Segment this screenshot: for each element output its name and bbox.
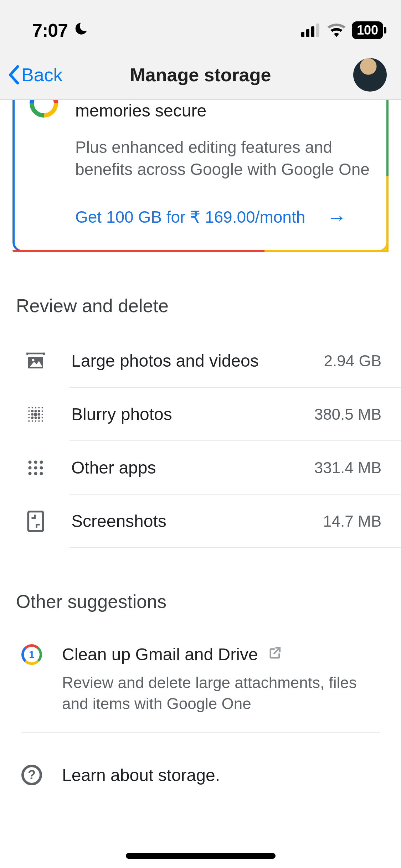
promo-border-bottom-right bbox=[264, 250, 389, 252]
svg-rect-4 bbox=[26, 352, 45, 354]
svg-point-31 bbox=[35, 420, 36, 422]
status-time: 7:07 bbox=[32, 20, 68, 41]
svg-point-30 bbox=[32, 420, 33, 422]
external-link-icon bbox=[267, 645, 282, 664]
svg-point-32 bbox=[38, 420, 40, 422]
svg-point-34 bbox=[28, 460, 31, 464]
row-other-apps[interactable]: Other apps 331.4 MB bbox=[0, 441, 401, 495]
svg-point-20 bbox=[31, 413, 34, 415]
row-value: 380.5 MB bbox=[314, 405, 381, 423]
svg-point-8 bbox=[32, 359, 35, 361]
arrow-right-icon: → bbox=[327, 206, 346, 229]
back-button[interactable]: Back bbox=[7, 64, 63, 86]
svg-point-14 bbox=[28, 410, 30, 412]
status-right-group: 100 bbox=[301, 21, 383, 39]
wifi-icon bbox=[328, 24, 345, 37]
svg-point-28 bbox=[42, 417, 43, 418]
svg-point-38 bbox=[34, 466, 37, 469]
svg-point-10 bbox=[32, 407, 33, 408]
google-one-promo-card[interactable]: memories secure Plus enhanced editing fe… bbox=[12, 100, 389, 252]
promo-cta-text: Get 100 GB for ₹ 169.00/month bbox=[75, 207, 305, 227]
svg-point-23 bbox=[42, 413, 43, 415]
svg-point-36 bbox=[40, 460, 43, 464]
svg-point-39 bbox=[40, 466, 43, 469]
svg-rect-3 bbox=[316, 24, 319, 37]
svg-point-22 bbox=[38, 413, 40, 415]
image-stack-icon bbox=[25, 350, 46, 372]
svg-point-35 bbox=[34, 460, 37, 464]
svg-point-29 bbox=[28, 420, 30, 422]
learn-text: Learn about storage. bbox=[62, 765, 220, 785]
row-value: 14.7 MB bbox=[323, 512, 381, 530]
home-indicator[interactable] bbox=[126, 853, 276, 859]
google-one-icon: 1 bbox=[21, 644, 42, 665]
account-avatar[interactable] bbox=[353, 58, 387, 92]
svg-point-42 bbox=[40, 472, 43, 475]
svg-point-40 bbox=[28, 472, 31, 475]
promo-border-right-bottom bbox=[386, 176, 389, 252]
google-one-ring-icon bbox=[24, 100, 64, 124]
chevron-left-icon bbox=[7, 65, 20, 85]
svg-rect-5 bbox=[26, 352, 28, 355]
row-screenshots[interactable]: Screenshots 14.7 MB bbox=[0, 495, 401, 548]
row-blurry-photos[interactable]: Blurry photos 380.5 MB bbox=[0, 388, 401, 441]
row-label: Blurry photos bbox=[71, 404, 314, 424]
cleanup-gmail-drive-card[interactable]: 1 Clean up Gmail and Drive Review and de… bbox=[21, 630, 380, 733]
svg-point-18 bbox=[42, 410, 43, 412]
row-label: Large photos and videos bbox=[71, 351, 324, 371]
svg-point-16 bbox=[35, 410, 37, 412]
promo-border-right-top bbox=[386, 100, 389, 176]
svg-point-15 bbox=[31, 410, 34, 412]
cellular-signal-icon bbox=[301, 24, 321, 37]
svg-point-25 bbox=[31, 416, 34, 419]
battery-indicator: 100 bbox=[352, 21, 383, 39]
learn-about-storage-row[interactable]: ? Learn about storage. bbox=[21, 765, 380, 785]
promo-subtitle: Plus enhanced editing features and benef… bbox=[75, 136, 372, 180]
svg-rect-0 bbox=[301, 32, 304, 37]
svg-point-9 bbox=[28, 407, 30, 408]
svg-point-17 bbox=[38, 410, 40, 412]
svg-point-37 bbox=[28, 466, 31, 469]
page-title: Manage storage bbox=[130, 64, 271, 86]
cleanup-title: Clean up Gmail and Drive bbox=[62, 645, 258, 664]
svg-point-26 bbox=[35, 416, 37, 419]
help-icon: ? bbox=[21, 765, 42, 785]
svg-point-24 bbox=[28, 417, 30, 418]
status-bar: 7:07 100 bbox=[0, 0, 401, 50]
svg-point-19 bbox=[28, 413, 30, 415]
row-label: Other apps bbox=[71, 458, 314, 477]
do-not-disturb-icon bbox=[73, 21, 88, 40]
svg-rect-2 bbox=[311, 26, 314, 37]
svg-rect-43 bbox=[28, 511, 43, 531]
nav-header: Back Manage storage bbox=[0, 50, 401, 100]
cleanup-subtitle: Review and delete large attachments, fil… bbox=[62, 672, 380, 714]
svg-rect-6 bbox=[43, 352, 45, 355]
screenshot-icon bbox=[25, 511, 46, 532]
row-value: 331.4 MB bbox=[314, 459, 381, 477]
blurry-icon bbox=[25, 404, 46, 425]
apps-grid-icon bbox=[25, 457, 46, 479]
svg-rect-1 bbox=[306, 29, 309, 37]
promo-title: memories secure bbox=[75, 100, 372, 122]
svg-point-12 bbox=[38, 407, 40, 408]
row-label: Screenshots bbox=[71, 511, 323, 531]
status-left-group: 7:07 bbox=[32, 20, 88, 41]
row-large-photos-videos[interactable]: Large photos and videos 2.94 GB bbox=[0, 334, 401, 388]
svg-point-13 bbox=[42, 407, 43, 408]
svg-point-27 bbox=[38, 416, 40, 419]
section-review-title: Review and delete bbox=[16, 295, 385, 316]
section-other-title: Other suggestions bbox=[16, 591, 385, 612]
svg-point-11 bbox=[35, 407, 36, 408]
row-divider bbox=[70, 547, 401, 548]
promo-border-bottom-left bbox=[12, 250, 264, 252]
svg-point-33 bbox=[42, 420, 43, 422]
row-value: 2.94 GB bbox=[324, 352, 381, 370]
scroll-content: memories secure Plus enhanced editing fe… bbox=[0, 100, 401, 785]
back-label: Back bbox=[21, 64, 63, 86]
svg-point-21 bbox=[34, 412, 37, 416]
promo-cta-link[interactable]: Get 100 GB for ₹ 169.00/month → bbox=[75, 206, 372, 229]
svg-point-41 bbox=[34, 472, 37, 475]
